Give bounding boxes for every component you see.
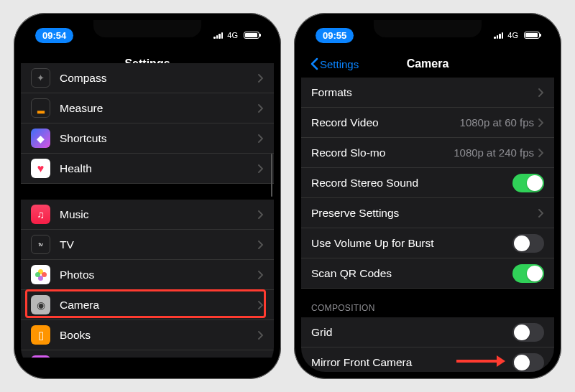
health-icon: ♥ [31,159,50,178]
section-header-composition: COMPOSITION [301,289,554,317]
chevron-right-icon [258,134,264,143]
row-value: 1080p at 60 fps [460,116,534,129]
settings-row-music[interactable]: ♫ Music [21,200,274,230]
row-formats[interactable]: Formats [301,78,554,108]
toggle-stereo-sound[interactable] [512,174,544,192]
settings-row-tv[interactable]: tv TV [21,230,274,260]
network-label: 4G [507,31,518,39]
row-label: Record Slo-mo [311,146,454,159]
books-icon: ▯ [31,325,50,345]
chevron-right-icon [538,209,544,218]
chevron-right-icon [538,88,544,97]
settings-row-podcasts[interactable]: ⊚ Podcasts [21,350,274,358]
network-label: 4G [227,31,238,39]
settings-row-photos[interactable]: Photos [21,260,274,290]
signal-icon [213,32,223,39]
back-button[interactable]: Settings [310,57,359,70]
phone-left: 09:54 4G Settings ✦ Compass ▂ Measure ◆ [14,13,281,379]
row-stereo-sound: Record Stereo Sound [301,168,554,198]
row-scan-qr: Scan QR Codes [301,258,554,289]
chevron-right-icon [538,149,544,157]
chevron-right-icon [258,74,264,83]
row-label: Compass [60,72,258,85]
row-label: Music [60,208,258,221]
nav-bar: Settings Camera [301,50,554,78]
settings-row-shortcuts[interactable]: ◆ Shortcuts [21,123,274,154]
status-time: 09:54 [35,28,73,43]
chevron-right-icon [258,331,264,340]
settings-list[interactable]: ✦ Compass ▂ Measure ◆ Shortcuts ♥ Health [21,63,274,358]
phone-right: 09:55 4G Settings Camera Formats Record … [294,13,561,379]
row-label: Books [60,329,258,342]
row-value: 1080p at 240 fps [454,146,534,159]
row-label: Record Stereo Sound [311,177,512,190]
toggle-scan-qr[interactable] [512,264,544,283]
row-mirror-front-camera: Mirror Front Camera [301,347,554,372]
chevron-right-icon [258,210,264,219]
annotation-arrow-mirror [456,355,505,367]
battery-icon [524,32,540,39]
row-record-slomo[interactable]: Record Slo-mo 1080p at 240 fps [301,138,554,168]
status-right: 4G [213,31,259,39]
row-label: Health [60,162,258,175]
toggle-grid[interactable] [512,323,544,342]
section-separator [21,184,274,200]
shortcuts-icon: ◆ [31,129,50,148]
podcasts-icon: ⊚ [31,355,50,358]
battery-icon [244,32,259,39]
compass-icon: ✦ [31,68,50,88]
photos-icon [31,265,50,284]
row-grid: Grid [301,317,554,347]
screen: 09:54 4G Settings ✦ Compass ▂ Measure ◆ [21,20,274,372]
notch [374,20,482,37]
row-label: Use Volume Up for Burst [311,237,512,250]
row-label: Scan QR Codes [311,267,512,280]
scroll-indicator[interactable] [271,154,273,197]
page-title: Camera [407,57,449,70]
toggle-volume-burst[interactable] [512,234,544,253]
settings-row-compass[interactable]: ✦ Compass [21,63,274,93]
settings-row-books[interactable]: ▯ Books [21,320,274,350]
row-volume-burst: Use Volume Up for Burst [301,228,554,258]
row-label: TV [60,238,258,251]
row-label: Photos [60,269,258,281]
row-record-video[interactable]: Record Video 1080p at 60 fps [301,108,554,138]
row-preserve-settings[interactable]: Preserve Settings [301,198,554,228]
signal-icon [494,32,503,39]
settings-row-measure[interactable]: ▂ Measure [21,93,274,123]
status-right: 4G [494,31,540,39]
row-label: Camera [60,299,258,312]
tv-icon: tv [31,235,50,254]
settings-row-camera[interactable]: ◉ Camera [21,290,274,320]
measure-icon: ▂ [31,98,50,118]
chevron-right-icon [258,271,264,279]
chevron-right-icon [258,301,264,309]
back-label: Settings [320,58,359,70]
camera-settings-list[interactable]: Formats Record Video 1080p at 60 fps Rec… [301,78,554,372]
row-label: Formats [311,86,538,99]
row-label: Grid [311,326,512,339]
settings-row-health[interactable]: ♥ Health [21,154,274,184]
row-label: Preserve Settings [311,207,538,220]
chevron-right-icon [538,118,544,127]
status-time: 09:55 [316,28,354,43]
row-label: Measure [60,102,258,115]
toggle-mirror-front-camera[interactable] [512,353,544,372]
screen: 09:55 4G Settings Camera Formats Record … [301,20,554,372]
music-icon: ♫ [31,205,50,224]
camera-icon: ◉ [31,295,50,314]
chevron-right-icon [258,164,264,173]
row-label: Record Video [311,116,460,129]
chevron-right-icon [258,241,264,249]
row-label: Shortcuts [60,132,258,145]
notch [93,20,201,37]
chevron-right-icon [258,104,264,113]
